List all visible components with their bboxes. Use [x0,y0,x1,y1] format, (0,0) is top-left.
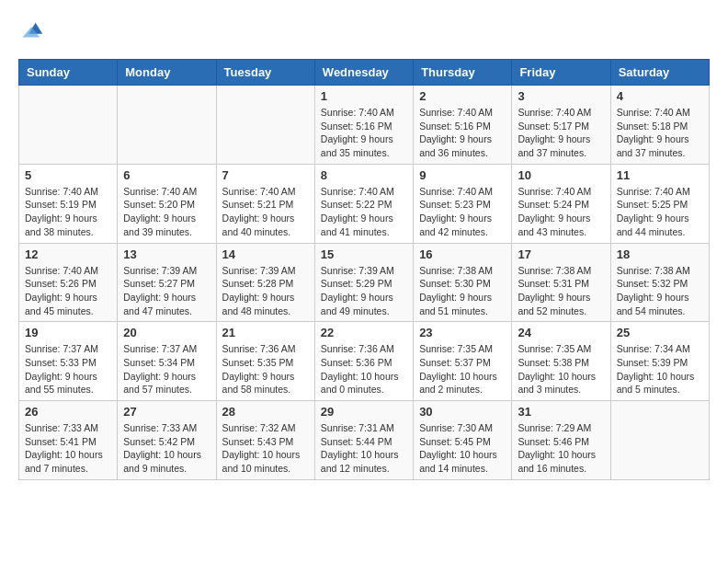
day-number: 23 [419,326,506,339]
calendar-cell: 26Sunrise: 7:33 AM Sunset: 5:41 PM Dayli… [19,401,118,480]
day-number: 26 [25,405,111,419]
day-number: 6 [123,168,210,182]
day-info: Sunrise: 7:40 AM Sunset: 5:24 PM Dayligh… [518,185,604,239]
logo [18,18,48,44]
calendar-cell: 14Sunrise: 7:39 AM Sunset: 5:28 PM Dayli… [216,243,314,322]
day-info: Sunrise: 7:31 AM Sunset: 5:44 PM Dayligh… [321,421,407,476]
calendar-cell [118,86,216,165]
calendar-cell: 27Sunrise: 7:33 AM Sunset: 5:42 PM Dayli… [118,401,216,480]
day-info: Sunrise: 7:40 AM Sunset: 5:19 PM Dayligh… [25,185,111,239]
day-number: 15 [321,247,407,261]
calendar-table: SundayMondayTuesdayWednesdayThursdayFrid… [18,59,710,480]
day-info: Sunrise: 7:40 AM Sunset: 5:16 PM Dayligh… [419,106,506,160]
day-info: Sunrise: 7:40 AM Sunset: 5:20 PM Dayligh… [123,185,210,239]
day-info: Sunrise: 7:35 AM Sunset: 5:38 PM Dayligh… [518,342,604,396]
header-sunday: Sunday [19,60,118,86]
day-number: 4 [617,89,703,103]
day-number: 3 [518,89,604,103]
day-number: 13 [123,247,210,261]
day-info: Sunrise: 7:40 AM Sunset: 5:22 PM Dayligh… [321,185,407,239]
day-number: 1 [321,89,407,103]
calendar-cell: 2Sunrise: 7:40 AM Sunset: 5:16 PM Daylig… [414,86,512,165]
calendar-cell: 29Sunrise: 7:31 AM Sunset: 5:44 PM Dayli… [314,401,413,480]
day-number: 12 [25,247,111,261]
calendar-cell: 10Sunrise: 7:40 AM Sunset: 5:24 PM Dayli… [512,164,610,243]
day-number: 22 [321,326,407,339]
day-info: Sunrise: 7:33 AM Sunset: 5:42 PM Dayligh… [123,421,210,476]
calendar-cell: 3Sunrise: 7:40 AM Sunset: 5:17 PM Daylig… [512,86,610,165]
day-number: 7 [222,168,309,182]
header-wednesday: Wednesday [314,60,413,86]
day-info: Sunrise: 7:29 AM Sunset: 5:46 PM Dayligh… [518,421,604,476]
calendar-cell: 16Sunrise: 7:38 AM Sunset: 5:30 PM Dayli… [414,243,512,322]
day-number: 10 [518,168,604,182]
calendar-cell: 5Sunrise: 7:40 AM Sunset: 5:19 PM Daylig… [19,164,118,243]
day-info: Sunrise: 7:37 AM Sunset: 5:33 PM Dayligh… [25,342,111,396]
day-number: 29 [321,405,407,419]
page-header [18,18,710,44]
day-info: Sunrise: 7:40 AM Sunset: 5:16 PM Dayligh… [321,106,407,160]
day-number: 28 [222,405,309,419]
calendar-cell: 8Sunrise: 7:40 AM Sunset: 5:22 PM Daylig… [314,164,413,243]
calendar-cell: 4Sunrise: 7:40 AM Sunset: 5:18 PM Daylig… [610,86,709,165]
day-number: 25 [617,326,703,339]
calendar-cell: 22Sunrise: 7:36 AM Sunset: 5:36 PM Dayli… [314,322,413,401]
day-info: Sunrise: 7:40 AM Sunset: 5:26 PM Dayligh… [25,264,111,318]
day-number: 5 [25,168,111,182]
calendar-cell: 21Sunrise: 7:36 AM Sunset: 5:35 PM Dayli… [216,322,314,401]
calendar-cell: 30Sunrise: 7:30 AM Sunset: 5:45 PM Dayli… [414,401,512,480]
header-monday: Monday [118,60,216,86]
calendar-cell: 18Sunrise: 7:38 AM Sunset: 5:32 PM Dayli… [610,243,709,322]
week-row-3: 19Sunrise: 7:37 AM Sunset: 5:33 PM Dayli… [19,322,710,401]
day-info: Sunrise: 7:39 AM Sunset: 5:27 PM Dayligh… [123,264,210,318]
calendar-cell: 9Sunrise: 7:40 AM Sunset: 5:23 PM Daylig… [414,164,512,243]
day-number: 21 [222,326,309,339]
day-number: 18 [617,247,703,261]
week-row-1: 5Sunrise: 7:40 AM Sunset: 5:19 PM Daylig… [19,164,710,243]
calendar-cell [610,401,709,480]
calendar-cell: 1Sunrise: 7:40 AM Sunset: 5:16 PM Daylig… [314,86,413,165]
day-number: 30 [419,405,506,419]
day-number: 17 [518,247,604,261]
day-number: 27 [123,405,210,419]
calendar-cell: 6Sunrise: 7:40 AM Sunset: 5:20 PM Daylig… [118,164,216,243]
calendar-cell: 11Sunrise: 7:40 AM Sunset: 5:25 PM Dayli… [610,164,709,243]
day-info: Sunrise: 7:30 AM Sunset: 5:45 PM Dayligh… [419,421,506,476]
day-info: Sunrise: 7:40 AM Sunset: 5:25 PM Dayligh… [617,185,703,239]
day-info: Sunrise: 7:40 AM Sunset: 5:17 PM Dayligh… [518,106,604,160]
header-tuesday: Tuesday [216,60,314,86]
calendar-cell: 28Sunrise: 7:32 AM Sunset: 5:43 PM Dayli… [216,401,314,480]
day-info: Sunrise: 7:40 AM Sunset: 5:21 PM Dayligh… [222,185,309,239]
day-info: Sunrise: 7:36 AM Sunset: 5:36 PM Dayligh… [321,342,407,396]
calendar-cell: 7Sunrise: 7:40 AM Sunset: 5:21 PM Daylig… [216,164,314,243]
day-info: Sunrise: 7:35 AM Sunset: 5:37 PM Dayligh… [419,342,506,396]
week-row-4: 26Sunrise: 7:33 AM Sunset: 5:41 PM Dayli… [19,401,710,480]
header-friday: Friday [512,60,610,86]
calendar-cell: 23Sunrise: 7:35 AM Sunset: 5:37 PM Dayli… [414,322,512,401]
day-info: Sunrise: 7:34 AM Sunset: 5:39 PM Dayligh… [617,342,703,396]
day-info: Sunrise: 7:32 AM Sunset: 5:43 PM Dayligh… [222,421,309,476]
logo-icon [18,18,44,44]
week-row-0: 1Sunrise: 7:40 AM Sunset: 5:16 PM Daylig… [19,86,710,165]
day-number: 2 [419,89,506,103]
calendar-cell: 31Sunrise: 7:29 AM Sunset: 5:46 PM Dayli… [512,401,610,480]
calendar-cell [216,86,314,165]
day-number: 11 [617,168,703,182]
header-saturday: Saturday [610,60,709,86]
day-number: 9 [419,168,506,182]
day-number: 19 [25,326,111,339]
day-number: 8 [321,168,407,182]
calendar-cell: 15Sunrise: 7:39 AM Sunset: 5:29 PM Dayli… [314,243,413,322]
day-info: Sunrise: 7:38 AM Sunset: 5:32 PM Dayligh… [617,264,703,318]
day-number: 14 [222,247,309,261]
calendar-cell: 24Sunrise: 7:35 AM Sunset: 5:38 PM Dayli… [512,322,610,401]
calendar-cell: 13Sunrise: 7:39 AM Sunset: 5:27 PM Dayli… [118,243,216,322]
day-info: Sunrise: 7:39 AM Sunset: 5:29 PM Dayligh… [321,264,407,318]
day-info: Sunrise: 7:36 AM Sunset: 5:35 PM Dayligh… [222,342,309,396]
day-number: 16 [419,247,506,261]
day-number: 20 [123,326,210,339]
calendar-cell: 25Sunrise: 7:34 AM Sunset: 5:39 PM Dayli… [610,322,709,401]
day-info: Sunrise: 7:38 AM Sunset: 5:31 PM Dayligh… [518,264,604,318]
calendar-cell: 20Sunrise: 7:37 AM Sunset: 5:34 PM Dayli… [118,322,216,401]
calendar-cell: 19Sunrise: 7:37 AM Sunset: 5:33 PM Dayli… [19,322,118,401]
